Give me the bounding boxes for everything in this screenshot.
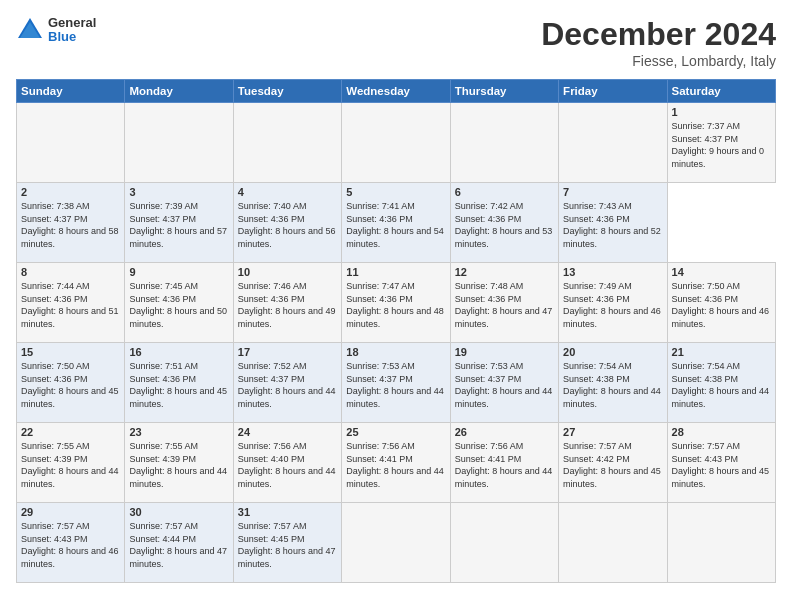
calendar-cell: 7Sunrise: 7:43 AMSunset: 4:36 PMDaylight…	[559, 183, 667, 263]
logo-text-line2: Blue	[48, 30, 96, 44]
calendar-table: SundayMondayTuesdayWednesdayThursdayFrid…	[16, 79, 776, 583]
calendar-cell: 15Sunrise: 7:50 AMSunset: 4:36 PMDayligh…	[17, 343, 125, 423]
calendar-week-row: 8Sunrise: 7:44 AMSunset: 4:36 PMDaylight…	[17, 263, 776, 343]
calendar-cell: 26Sunrise: 7:56 AMSunset: 4:41 PMDayligh…	[450, 423, 558, 503]
calendar-cell: 28Sunrise: 7:57 AMSunset: 4:43 PMDayligh…	[667, 423, 775, 503]
calendar-cell	[450, 503, 558, 583]
calendar-cell: 22Sunrise: 7:55 AMSunset: 4:39 PMDayligh…	[17, 423, 125, 503]
calendar-cell: 24Sunrise: 7:56 AMSunset: 4:40 PMDayligh…	[233, 423, 341, 503]
calendar-week-row: 15Sunrise: 7:50 AMSunset: 4:36 PMDayligh…	[17, 343, 776, 423]
calendar-cell-empty	[450, 103, 558, 183]
calendar-cell: 29Sunrise: 7:57 AMSunset: 4:43 PMDayligh…	[17, 503, 125, 583]
calendar-cell-empty	[559, 103, 667, 183]
day-header-thursday: Thursday	[450, 80, 558, 103]
calendar-cell	[342, 503, 450, 583]
calendar-cell: 19Sunrise: 7:53 AMSunset: 4:37 PMDayligh…	[450, 343, 558, 423]
calendar-week-row: 22Sunrise: 7:55 AMSunset: 4:39 PMDayligh…	[17, 423, 776, 503]
calendar-cell: 4Sunrise: 7:40 AMSunset: 4:36 PMDaylight…	[233, 183, 341, 263]
calendar-week-row: 2Sunrise: 7:38 AMSunset: 4:37 PMDaylight…	[17, 183, 776, 263]
calendar-cell: 20Sunrise: 7:54 AMSunset: 4:38 PMDayligh…	[559, 343, 667, 423]
calendar-cell: 6Sunrise: 7:42 AMSunset: 4:36 PMDaylight…	[450, 183, 558, 263]
calendar-cell: 9Sunrise: 7:45 AMSunset: 4:36 PMDaylight…	[125, 263, 233, 343]
day-header-monday: Monday	[125, 80, 233, 103]
location: Fiesse, Lombardy, Italy	[541, 53, 776, 69]
day-header-sunday: Sunday	[17, 80, 125, 103]
calendar-week-row: 1Sunrise: 7:37 AMSunset: 4:37 PMDaylight…	[17, 103, 776, 183]
calendar-cell-empty	[125, 103, 233, 183]
calendar-cell: 17Sunrise: 7:52 AMSunset: 4:37 PMDayligh…	[233, 343, 341, 423]
calendar-cell-empty	[342, 103, 450, 183]
calendar-cell: 27Sunrise: 7:57 AMSunset: 4:42 PMDayligh…	[559, 423, 667, 503]
calendar-cell	[667, 503, 775, 583]
calendar-cell: 5Sunrise: 7:41 AMSunset: 4:36 PMDaylight…	[342, 183, 450, 263]
calendar-cell-empty	[233, 103, 341, 183]
calendar-cell: 2Sunrise: 7:38 AMSunset: 4:37 PMDaylight…	[17, 183, 125, 263]
calendar-cell-empty	[17, 103, 125, 183]
calendar-week-row: 29Sunrise: 7:57 AMSunset: 4:43 PMDayligh…	[17, 503, 776, 583]
logo-icon	[16, 16, 44, 44]
day-header-saturday: Saturday	[667, 80, 775, 103]
calendar-cell: 13Sunrise: 7:49 AMSunset: 4:36 PMDayligh…	[559, 263, 667, 343]
day-header-wednesday: Wednesday	[342, 80, 450, 103]
calendar-cell: 31Sunrise: 7:57 AMSunset: 4:45 PMDayligh…	[233, 503, 341, 583]
calendar-cell: 3Sunrise: 7:39 AMSunset: 4:37 PMDaylight…	[125, 183, 233, 263]
calendar-cell: 10Sunrise: 7:46 AMSunset: 4:36 PMDayligh…	[233, 263, 341, 343]
month-title: December 2024	[541, 16, 776, 53]
calendar-cell: 16Sunrise: 7:51 AMSunset: 4:36 PMDayligh…	[125, 343, 233, 423]
calendar-cell: 1Sunrise: 7:37 AMSunset: 4:37 PMDaylight…	[667, 103, 775, 183]
calendar-cell: 8Sunrise: 7:44 AMSunset: 4:36 PMDaylight…	[17, 263, 125, 343]
calendar-cell: 18Sunrise: 7:53 AMSunset: 4:37 PMDayligh…	[342, 343, 450, 423]
calendar-cell: 11Sunrise: 7:47 AMSunset: 4:36 PMDayligh…	[342, 263, 450, 343]
logo: General Blue	[16, 16, 96, 45]
calendar-cell: 25Sunrise: 7:56 AMSunset: 4:41 PMDayligh…	[342, 423, 450, 503]
title-block: December 2024 Fiesse, Lombardy, Italy	[541, 16, 776, 69]
calendar-cell: 30Sunrise: 7:57 AMSunset: 4:44 PMDayligh…	[125, 503, 233, 583]
day-header-friday: Friday	[559, 80, 667, 103]
calendar-cell	[559, 503, 667, 583]
day-header-tuesday: Tuesday	[233, 80, 341, 103]
calendar-header-row: SundayMondayTuesdayWednesdayThursdayFrid…	[17, 80, 776, 103]
calendar-cell: 14Sunrise: 7:50 AMSunset: 4:36 PMDayligh…	[667, 263, 775, 343]
calendar-cell: 23Sunrise: 7:55 AMSunset: 4:39 PMDayligh…	[125, 423, 233, 503]
calendar-cell: 12Sunrise: 7:48 AMSunset: 4:36 PMDayligh…	[450, 263, 558, 343]
logo-text-line1: General	[48, 16, 96, 30]
calendar-cell: 21Sunrise: 7:54 AMSunset: 4:38 PMDayligh…	[667, 343, 775, 423]
page-header: General Blue December 2024 Fiesse, Lomba…	[16, 16, 776, 69]
